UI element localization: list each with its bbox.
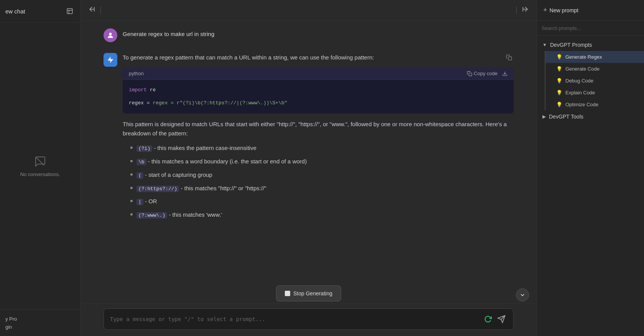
new-prompt-label: New prompt [550, 7, 578, 13]
left-sidebar-header: ew chat [0, 0, 80, 23]
bulb-icon: 💡 [556, 54, 562, 60]
main-header [80, 0, 537, 21]
divider-right [516, 7, 517, 14]
list-item: (?:https?://) - this matches "http://" o… [130, 184, 514, 193]
ai-explanation-text: This pattern is designed to match URLs t… [123, 120, 514, 138]
svg-rect-11 [469, 73, 472, 76]
header-left [87, 4, 101, 16]
new-chat-button[interactable]: ew chat [5, 8, 25, 15]
message-input[interactable] [110, 316, 480, 322]
svg-point-8 [109, 33, 112, 35]
right-sidebar: + New prompt ▼ DevGPT Prompts 💡 Generate… [537, 0, 644, 336]
ai-content: To generate a regex pattern that can mat… [123, 53, 514, 224]
chevron-right-icon: ▶ [542, 114, 546, 119]
bulb-icon: 💡 [556, 66, 562, 72]
prompt-item-generate-code[interactable]: 💡 Generate Code [545, 63, 644, 75]
bulb-icon: 💡 [556, 90, 562, 96]
loading-icon [484, 315, 492, 323]
devgpt-prompts-section-header[interactable]: ▼ DevGPT Prompts [537, 39, 644, 51]
copy-code-button[interactable]: Copy code [467, 71, 498, 76]
no-conversations-text: No conversations. [20, 171, 60, 177]
devgpt-tools-label: DevGPT Tools [549, 114, 583, 120]
bullet-dot [130, 187, 133, 189]
user-avatar [104, 28, 117, 42]
bullet-dot [130, 213, 133, 216]
prompt-label-explain-code: Explain Code [565, 90, 595, 96]
stop-generating-container: Stop Generating [276, 285, 341, 301]
search-prompts-input[interactable] [542, 25, 639, 31]
devgpt-tools-section-header[interactable]: ▶ DevGPT Tools [537, 110, 644, 123]
left-sidebar: ew chat No conversations. y Pro gin [0, 0, 80, 336]
copy-message-button[interactable] [504, 53, 514, 64]
input-wrapper [104, 308, 514, 330]
ai-message: To generate a regex pattern that can mat… [104, 53, 514, 224]
footer-item-pro[interactable]: y Pro [5, 316, 75, 322]
bullet-dot [130, 200, 133, 202]
code-line-2: regex = regex = r"(?i)\b(?:https?://|(?:… [129, 99, 508, 107]
prompts-section: ▼ DevGPT Prompts 💡 Generate Regex 💡 Gene… [537, 36, 644, 336]
new-prompt-button[interactable]: + New prompt [543, 6, 578, 14]
code-body: import re regex = regex = r"(?i)\b(?:htt… [123, 80, 514, 114]
list-item: \b - this matches a word boundary (i.e. … [130, 157, 514, 166]
collapse-right-button[interactable] [520, 4, 531, 16]
code-module: re [150, 87, 156, 93]
download-code-button[interactable] [502, 71, 508, 76]
send-button[interactable] [496, 313, 507, 325]
inline-code: (?:https?://) [136, 186, 179, 192]
prompt-label-generate-code: Generate Code [565, 66, 600, 72]
user-message: Generate regex to make url in string [104, 28, 514, 42]
input-area [80, 303, 537, 336]
code-lang-label: python [129, 71, 144, 76]
inline-code: ( [136, 172, 143, 179]
main-area: Generate regex to make url in string To … [80, 0, 537, 336]
stop-generating-button[interactable]: Stop Generating [276, 285, 341, 301]
right-sidebar-header: + New prompt [537, 0, 644, 21]
prompt-item-optimize-code[interactable]: 💡 Optimize Code [545, 99, 644, 110]
list-item: (?:www\.) - this matches 'www.' [130, 210, 514, 220]
list-item: ( - start of a capturing group [130, 170, 514, 180]
bullet-dot [130, 173, 133, 176]
stop-generating-label: Stop Generating [293, 290, 332, 296]
list-item: | - OR [130, 197, 514, 206]
prompt-item-explain-code[interactable]: 💡 Explain Code [545, 87, 644, 99]
copy-code-label: Copy code [474, 71, 498, 76]
code-block: python Copy code [123, 68, 514, 114]
plus-icon: + [543, 6, 547, 14]
left-sidebar-footer: y Pro gin [0, 310, 80, 336]
no-chat-icon [34, 155, 46, 168]
inline-code: (?:www\.) [136, 212, 167, 219]
inline-code: (?i) [136, 145, 152, 152]
stop-icon [285, 291, 290, 296]
new-chat-label: ew chat [5, 8, 25, 15]
code-string: regex = r"(?i)\b(?:https?://|(?:www\.))\… [153, 100, 287, 106]
footer-item-plugin[interactable]: gin [5, 324, 75, 330]
code-spacer [129, 94, 508, 99]
inline-code: | [136, 199, 143, 205]
bullet-list: (?i) - this makes the pattern case-insen… [130, 143, 514, 220]
code-actions: Copy code [467, 71, 508, 76]
collapse-left-button[interactable] [87, 4, 97, 16]
bulb-icon: 💡 [556, 78, 562, 84]
bullet-dot [130, 160, 133, 162]
chevron-down-icon: ▼ [542, 42, 547, 48]
svg-rect-0 [67, 8, 72, 14]
code-keyword-import: import [129, 87, 147, 93]
compose-icon-button[interactable] [65, 6, 75, 16]
inline-code: \b [136, 159, 146, 165]
svg-rect-10 [508, 57, 512, 60]
prompt-item-generate-regex[interactable]: 💡 Generate Regex [545, 51, 644, 63]
divider [100, 7, 101, 14]
prompt-label-debug-code: Debug Code [565, 78, 593, 84]
no-conversations-area: No conversations. [0, 23, 80, 310]
ai-avatar [104, 53, 117, 67]
list-item: (?i) - this makes the pattern case-insen… [130, 143, 514, 153]
user-message-text: Generate regex to make url in string [123, 28, 214, 37]
prompt-item-debug-code[interactable]: 💡 Debug Code [545, 75, 644, 87]
scroll-bottom-button[interactable] [516, 288, 529, 301]
devgpt-prompts-label: DevGPT Prompts [550, 42, 592, 48]
code-block-header: python Copy code [123, 68, 514, 80]
code-var: regex = [129, 100, 153, 106]
code-line-1: import re [129, 86, 508, 94]
header-right [516, 4, 531, 16]
bulb-icon: 💡 [556, 102, 562, 107]
